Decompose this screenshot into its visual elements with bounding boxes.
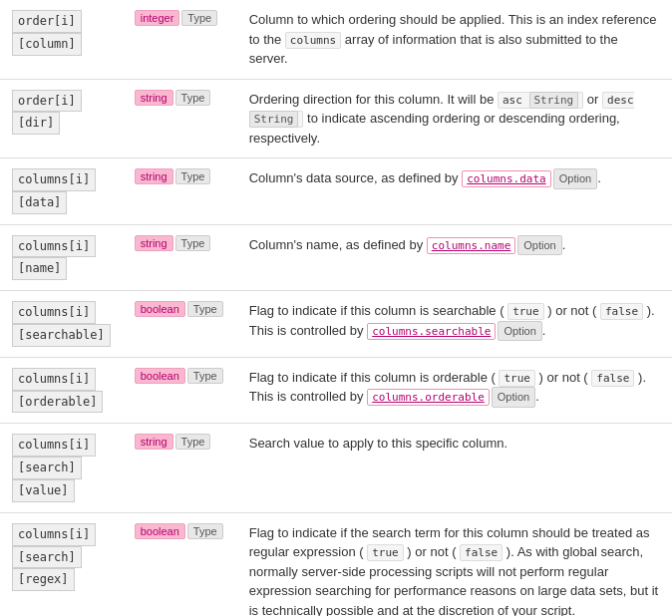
description-cell: Flag to indicate if this column is searc…: [237, 291, 672, 358]
param-name: columns[i]: [12, 235, 96, 258]
param-cell: columns[i][data]: [0, 158, 123, 225]
param-name: [searchable]: [12, 324, 111, 347]
type-cell: stringType: [123, 424, 237, 512]
param-name: [value]: [12, 479, 75, 502]
description-cell: Search value to apply to this specific c…: [237, 424, 672, 512]
type-badge: string: [135, 235, 173, 251]
type-label-badge: Type: [187, 368, 223, 384]
param-name: [name]: [12, 257, 67, 280]
description-cell: Column's data source, as defined by colu…: [237, 158, 672, 225]
type-label-badge: Type: [175, 235, 211, 251]
type-label-badge: Type: [181, 10, 217, 26]
param-cell: order[i][dir]: [0, 79, 123, 158]
param-name: [regex]: [12, 568, 75, 591]
type-badge: boolean: [135, 368, 185, 384]
param-name: order[i]: [12, 90, 82, 113]
description-cell: Ordering direction for this column. It w…: [237, 79, 672, 158]
type-cell: booleanType: [123, 512, 237, 616]
type-cell: stringType: [123, 158, 237, 225]
type-badge: string: [135, 168, 173, 184]
type-cell: integerType: [123, 0, 237, 79]
table-row: order[i][column]integerTypeColumn to whi…: [0, 0, 672, 79]
table-row: columns[i][search][value]stringTypeSearc…: [0, 424, 672, 512]
type-cell: stringType: [123, 224, 237, 291]
type-label-badge: Type: [187, 301, 223, 317]
type-cell: booleanType: [123, 357, 237, 424]
type-badge: string: [135, 434, 173, 450]
param-name: [data]: [12, 191, 67, 214]
param-name: columns[i]: [12, 301, 96, 324]
description-cell: Flag to indicate if this column is order…: [237, 357, 672, 424]
param-name: [search]: [12, 457, 82, 479]
table-row: columns[i][data]stringTypeColumn's data …: [0, 158, 672, 225]
param-name: columns[i]: [12, 368, 96, 391]
type-label-badge: Type: [175, 90, 211, 106]
table-row: columns[i][search][regex]booleanTypeFlag…: [0, 512, 672, 616]
api-params-table: order[i][column]integerTypeColumn to whi…: [0, 0, 672, 616]
param-name: [dir]: [12, 112, 60, 135]
param-cell: columns[i][search][regex]: [0, 512, 123, 616]
param-cell: order[i][column]: [0, 0, 123, 79]
param-cell: columns[i][searchable]: [0, 291, 123, 358]
description-cell: Column to which ordering should be appli…: [237, 0, 672, 79]
type-label-badge: Type: [175, 168, 211, 184]
param-name: [orderable]: [12, 391, 103, 414]
type-badge: boolean: [135, 301, 185, 317]
table-row: columns[i][name]stringTypeColumn's name,…: [0, 224, 672, 291]
type-badge: boolean: [135, 523, 185, 539]
description-cell: Column's name, as defined by columns.nam…: [237, 224, 672, 291]
type-badge: string: [135, 90, 173, 106]
param-name: columns[i]: [12, 434, 96, 457]
param-name: [column]: [12, 33, 82, 56]
param-name: [search]: [12, 546, 82, 569]
param-cell: columns[i][name]: [0, 224, 123, 291]
param-name: columns[i]: [12, 523, 96, 546]
table-row: order[i][dir]stringTypeOrdering directio…: [0, 79, 672, 158]
type-label-badge: Type: [187, 523, 223, 539]
type-label-badge: Type: [175, 434, 211, 450]
type-badge: integer: [135, 10, 180, 26]
param-name: order[i]: [12, 10, 82, 33]
table-row: columns[i][orderable]booleanTypeFlag to …: [0, 357, 672, 424]
param-cell: columns[i][orderable]: [0, 357, 123, 424]
table-row: columns[i][searchable]booleanTypeFlag to…: [0, 291, 672, 358]
param-name: columns[i]: [12, 168, 96, 191]
param-cell: columns[i][search][value]: [0, 424, 123, 512]
type-cell: stringType: [123, 79, 237, 158]
type-cell: booleanType: [123, 291, 237, 358]
description-cell: Flag to indicate if the search term for …: [237, 512, 672, 616]
